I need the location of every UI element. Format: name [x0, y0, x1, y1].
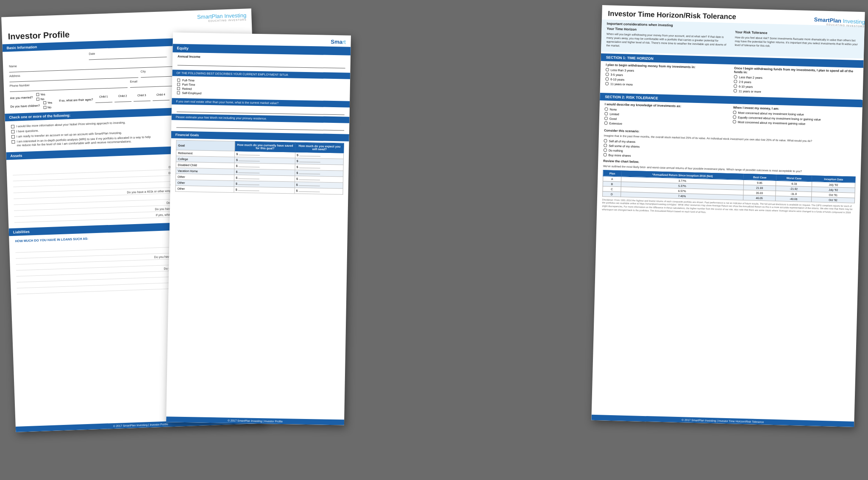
goals-header: Financial Goals: [171, 131, 349, 141]
goals-table: Goal How much do you currently have save…: [175, 140, 344, 195]
equity-income-doc: Smart Equity Annual Income OF THE FOLLOW…: [166, 32, 351, 425]
net-worth-header: Please estimate your Net Worth not inclu…: [171, 114, 349, 123]
right-logo-area: SmartPlan Investing EDUCATING INVESTORS: [591, 5, 865, 427]
mid-logo-brand: Smart: [178, 36, 346, 45]
time-horizon-doc: SmartPlan Investing EDUCATING INVESTORS …: [591, 5, 865, 427]
real-estate-header: If you own real estate other than your h…: [172, 98, 350, 107]
employ-options: Full-Time Part-Time Retired Self-Employe…: [172, 77, 350, 100]
mid-income: Annual Income: [172, 52, 351, 72]
